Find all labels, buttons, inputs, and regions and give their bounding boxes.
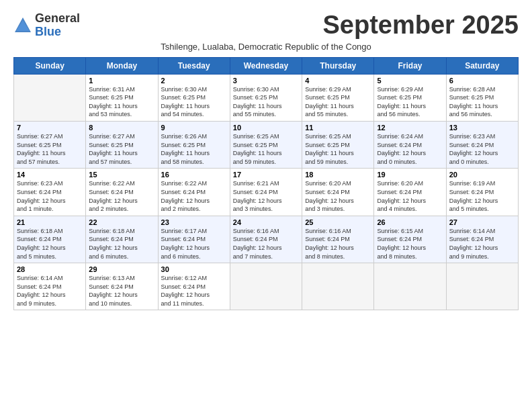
day-number: 21	[17, 218, 83, 226]
table-row: 10Sunrise: 6:25 AM Sunset: 6:25 PM Dayli…	[230, 121, 302, 168]
day-info: Sunrise: 6:25 AM Sunset: 6:25 PM Dayligh…	[305, 132, 371, 166]
day-number: 12	[377, 124, 443, 132]
table-row: 1Sunrise: 6:31 AM Sunset: 6:25 PM Daylig…	[86, 74, 158, 121]
table-row: 7Sunrise: 6:27 AM Sunset: 6:25 PM Daylig…	[14, 121, 86, 168]
table-row: 13Sunrise: 6:23 AM Sunset: 6:24 PM Dayli…	[446, 121, 518, 168]
day-info: Sunrise: 6:23 AM Sunset: 6:24 PM Dayligh…	[449, 132, 515, 166]
day-info: Sunrise: 6:18 AM Sunset: 6:24 PM Dayligh…	[89, 227, 154, 261]
day-number: 26	[377, 218, 443, 226]
day-number: 7	[17, 124, 83, 132]
day-info: Sunrise: 6:30 AM Sunset: 6:25 PM Dayligh…	[161, 85, 227, 119]
calendar-row: 21Sunrise: 6:18 AM Sunset: 6:24 PM Dayli…	[14, 216, 519, 263]
day-info: Sunrise: 6:25 AM Sunset: 6:25 PM Dayligh…	[233, 132, 299, 166]
day-info: Sunrise: 6:15 AM Sunset: 6:24 PM Dayligh…	[377, 227, 443, 261]
logo-general: General	[35, 11, 80, 25]
day-info: Sunrise: 6:21 AM Sunset: 6:24 PM Dayligh…	[233, 179, 299, 213]
day-info: Sunrise: 6:14 AM Sunset: 6:24 PM Dayligh…	[17, 274, 83, 308]
table-row: 26Sunrise: 6:15 AM Sunset: 6:24 PM Dayli…	[374, 216, 446, 263]
day-number: 5	[377, 77, 443, 85]
day-number: 18	[305, 171, 371, 179]
day-info: Sunrise: 6:29 AM Sunset: 6:25 PM Dayligh…	[305, 85, 371, 119]
header: General Blue September 2025	[13, 12, 519, 39]
table-row: 8Sunrise: 6:27 AM Sunset: 6:25 PM Daylig…	[86, 121, 158, 168]
day-number: 22	[89, 218, 154, 226]
day-info: Sunrise: 6:28 AM Sunset: 6:25 PM Dayligh…	[449, 85, 515, 119]
table-row: 21Sunrise: 6:18 AM Sunset: 6:24 PM Dayli…	[14, 216, 86, 263]
table-row: 28Sunrise: 6:14 AM Sunset: 6:24 PM Dayli…	[14, 263, 86, 310]
calendar-header-row: Sunday Monday Tuesday Wednesday Thursday…	[14, 57, 519, 74]
svg-marker-1	[16, 20, 30, 31]
table-row: 11Sunrise: 6:25 AM Sunset: 6:25 PM Dayli…	[302, 121, 374, 168]
day-info: Sunrise: 6:17 AM Sunset: 6:24 PM Dayligh…	[161, 227, 227, 261]
day-number: 2	[161, 77, 227, 85]
day-info: Sunrise: 6:12 AM Sunset: 6:24 PM Dayligh…	[161, 274, 227, 308]
table-row	[302, 263, 374, 310]
calendar-table: Sunday Monday Tuesday Wednesday Thursday…	[13, 57, 519, 311]
day-info: Sunrise: 6:20 AM Sunset: 6:24 PM Dayligh…	[305, 179, 371, 213]
header-friday: Friday	[374, 57, 446, 74]
day-info: Sunrise: 6:19 AM Sunset: 6:24 PM Dayligh…	[449, 179, 515, 213]
table-row: 22Sunrise: 6:18 AM Sunset: 6:24 PM Dayli…	[86, 216, 158, 263]
table-row: 4Sunrise: 6:29 AM Sunset: 6:25 PM Daylig…	[302, 74, 374, 121]
calendar-row: 14Sunrise: 6:23 AM Sunset: 6:24 PM Dayli…	[14, 169, 519, 216]
day-number: 23	[161, 218, 227, 226]
day-number: 28	[17, 265, 83, 273]
day-number: 24	[233, 218, 299, 226]
table-row: 29Sunrise: 6:13 AM Sunset: 6:24 PM Dayli…	[86, 263, 158, 310]
table-row: 5Sunrise: 6:29 AM Sunset: 6:25 PM Daylig…	[374, 74, 446, 121]
day-number: 25	[305, 218, 371, 226]
day-info: Sunrise: 6:27 AM Sunset: 6:25 PM Dayligh…	[89, 132, 154, 166]
day-info: Sunrise: 6:13 AM Sunset: 6:24 PM Dayligh…	[89, 274, 154, 308]
day-info: Sunrise: 6:18 AM Sunset: 6:24 PM Dayligh…	[17, 227, 83, 261]
day-number: 11	[305, 124, 371, 132]
day-info: Sunrise: 6:27 AM Sunset: 6:25 PM Dayligh…	[17, 132, 83, 166]
table-row	[14, 74, 86, 121]
day-info: Sunrise: 6:23 AM Sunset: 6:24 PM Dayligh…	[17, 179, 83, 213]
table-row	[230, 263, 302, 310]
table-row: 19Sunrise: 6:20 AM Sunset: 6:24 PM Dayli…	[374, 169, 446, 216]
day-info: Sunrise: 6:22 AM Sunset: 6:24 PM Dayligh…	[89, 179, 154, 213]
day-info: Sunrise: 6:16 AM Sunset: 6:24 PM Dayligh…	[305, 227, 371, 261]
header-thursday: Thursday	[302, 57, 374, 74]
table-row: 2Sunrise: 6:30 AM Sunset: 6:25 PM Daylig…	[158, 74, 230, 121]
table-row: 25Sunrise: 6:16 AM Sunset: 6:24 PM Dayli…	[302, 216, 374, 263]
day-info: Sunrise: 6:24 AM Sunset: 6:24 PM Dayligh…	[377, 132, 443, 166]
day-number: 16	[161, 171, 227, 179]
day-number: 3	[233, 77, 299, 85]
day-info: Sunrise: 6:14 AM Sunset: 6:24 PM Dayligh…	[449, 227, 515, 261]
table-row: 9Sunrise: 6:26 AM Sunset: 6:25 PM Daylig…	[158, 121, 230, 168]
calendar-row: 28Sunrise: 6:14 AM Sunset: 6:24 PM Dayli…	[14, 263, 519, 310]
day-info: Sunrise: 6:31 AM Sunset: 6:25 PM Dayligh…	[89, 85, 154, 119]
table-row	[446, 263, 518, 310]
header-tuesday: Tuesday	[158, 57, 230, 74]
day-number: 1	[89, 77, 154, 85]
day-info: Sunrise: 6:22 AM Sunset: 6:24 PM Dayligh…	[161, 179, 227, 213]
table-row: 24Sunrise: 6:16 AM Sunset: 6:24 PM Dayli…	[230, 216, 302, 263]
calendar-row: 1Sunrise: 6:31 AM Sunset: 6:25 PM Daylig…	[14, 74, 519, 121]
table-row	[374, 263, 446, 310]
table-row: 16Sunrise: 6:22 AM Sunset: 6:24 PM Dayli…	[158, 169, 230, 216]
logo-text: General Blue	[35, 12, 80, 39]
header-wednesday: Wednesday	[230, 57, 302, 74]
day-info: Sunrise: 6:16 AM Sunset: 6:24 PM Dayligh…	[233, 227, 299, 261]
day-number: 4	[305, 77, 371, 85]
page: General Blue September 2025 Tshilenge, L…	[0, 0, 532, 317]
table-row: 12Sunrise: 6:24 AM Sunset: 6:24 PM Dayli…	[374, 121, 446, 168]
logo-icon	[13, 16, 32, 35]
table-row: 15Sunrise: 6:22 AM Sunset: 6:24 PM Dayli…	[86, 169, 158, 216]
table-row: 23Sunrise: 6:17 AM Sunset: 6:24 PM Dayli…	[158, 216, 230, 263]
day-info: Sunrise: 6:20 AM Sunset: 6:24 PM Dayligh…	[377, 179, 443, 213]
day-number: 14	[17, 171, 83, 179]
day-number: 6	[449, 77, 515, 85]
table-row: 20Sunrise: 6:19 AM Sunset: 6:24 PM Dayli…	[446, 169, 518, 216]
day-info: Sunrise: 6:26 AM Sunset: 6:25 PM Dayligh…	[161, 132, 227, 166]
month-title: September 2025	[323, 12, 519, 38]
day-number: 13	[449, 124, 515, 132]
logo: General Blue	[13, 12, 80, 39]
day-info: Sunrise: 6:30 AM Sunset: 6:25 PM Dayligh…	[233, 85, 299, 119]
calendar-row: 7Sunrise: 6:27 AM Sunset: 6:25 PM Daylig…	[14, 121, 519, 168]
day-number: 19	[377, 171, 443, 179]
table-row: 3Sunrise: 6:30 AM Sunset: 6:25 PM Daylig…	[230, 74, 302, 121]
table-row: 17Sunrise: 6:21 AM Sunset: 6:24 PM Dayli…	[230, 169, 302, 216]
table-row: 6Sunrise: 6:28 AM Sunset: 6:25 PM Daylig…	[446, 74, 518, 121]
